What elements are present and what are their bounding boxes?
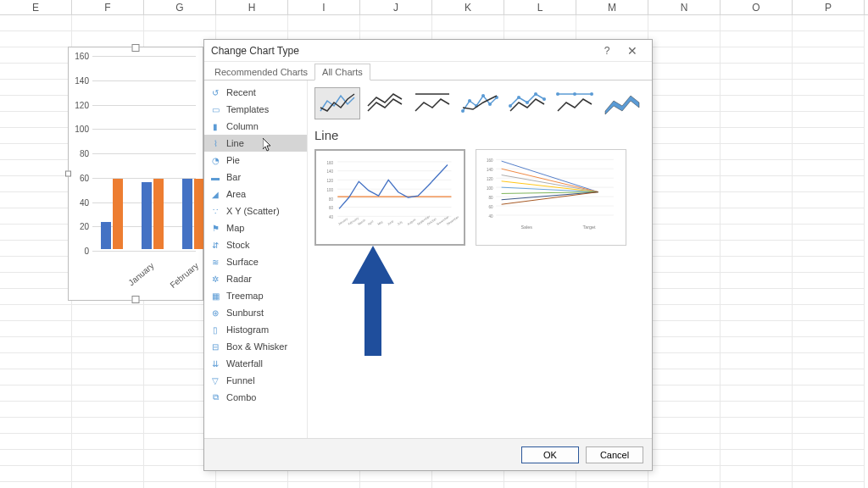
- bar-sales[interactable]: [101, 222, 111, 249]
- col-header[interactable]: F: [72, 0, 144, 14]
- cell[interactable]: [721, 321, 793, 337]
- subtype-100-stacked-line[interactable]: [409, 87, 455, 119]
- cell[interactable]: [0, 15, 72, 31]
- col-header[interactable]: P: [793, 0, 865, 14]
- sidebar-item-surface[interactable]: ≋Surface: [204, 253, 307, 270]
- subtype-line[interactable]: [314, 87, 360, 119]
- cell[interactable]: [721, 128, 793, 144]
- cell[interactable]: [793, 305, 865, 321]
- cell[interactable]: [648, 257, 721, 273]
- cell[interactable]: [0, 192, 72, 208]
- cell[interactable]: [288, 482, 360, 488]
- cell[interactable]: [0, 337, 72, 353]
- cell[interactable]: [721, 64, 793, 80]
- subtype-3d-line[interactable]: [599, 87, 645, 119]
- sidebar-item-radar[interactable]: ✲Radar: [204, 270, 307, 287]
- subtype-100-stacked-line-markers[interactable]: [552, 87, 598, 119]
- cell[interactable]: [721, 208, 793, 225]
- tab-all-charts[interactable]: All Charts: [314, 64, 370, 80]
- col-header[interactable]: K: [432, 0, 504, 14]
- cell[interactable]: [721, 337, 793, 353]
- col-header[interactable]: N: [648, 0, 721, 14]
- cell[interactable]: [721, 369, 793, 385]
- sidebar-item-waterfall[interactable]: ⇊Waterfall: [204, 355, 307, 372]
- dialog-titlebar[interactable]: Change Chart Type ? ✕: [204, 40, 652, 62]
- cell[interactable]: [648, 176, 721, 192]
- cell[interactable]: [648, 96, 721, 112]
- cell[interactable]: [216, 482, 288, 488]
- cell[interactable]: [648, 15, 721, 31]
- cell[interactable]: [360, 482, 432, 488]
- cell[interactable]: [721, 80, 793, 96]
- col-header[interactable]: H: [216, 0, 288, 14]
- cell[interactable]: [721, 144, 793, 160]
- cell[interactable]: [0, 273, 72, 289]
- cell[interactable]: [0, 225, 72, 241]
- cell[interactable]: [648, 353, 721, 369]
- sidebar-item-map[interactable]: ⚑Map: [204, 219, 307, 236]
- cell[interactable]: [793, 418, 865, 434]
- cell[interactable]: [793, 160, 865, 176]
- cell[interactable]: [721, 353, 793, 369]
- cell[interactable]: [72, 305, 144, 321]
- cell[interactable]: [793, 192, 865, 208]
- cell[interactable]: [0, 450, 72, 466]
- cell[interactable]: [432, 15, 504, 31]
- cell[interactable]: [793, 128, 865, 144]
- cell[interactable]: [793, 321, 865, 337]
- sidebar-item-area[interactable]: ◢Area: [204, 186, 307, 202]
- cell[interactable]: [721, 482, 793, 488]
- cell[interactable]: [648, 128, 721, 144]
- cell[interactable]: [721, 160, 793, 176]
- ok-button[interactable]: OK: [521, 446, 579, 463]
- cell[interactable]: [793, 225, 865, 241]
- cell[interactable]: [793, 15, 865, 31]
- bar-target[interactable]: [113, 179, 123, 249]
- cell[interactable]: [648, 369, 721, 385]
- col-header[interactable]: G: [144, 0, 216, 14]
- sidebar-item-stock[interactable]: ⇵Stock: [204, 236, 307, 253]
- cell[interactable]: [721, 47, 793, 64]
- cell[interactable]: [721, 15, 793, 31]
- bar-sales[interactable]: [142, 182, 152, 249]
- cell[interactable]: [0, 402, 72, 418]
- cell[interactable]: [0, 241, 72, 257]
- cell[interactable]: [72, 385, 144, 402]
- cell[interactable]: [72, 418, 144, 434]
- cell[interactable]: [144, 15, 216, 31]
- cell[interactable]: [793, 450, 865, 466]
- cell[interactable]: [721, 385, 793, 402]
- cell[interactable]: [0, 112, 72, 128]
- cell[interactable]: [432, 482, 504, 488]
- cell[interactable]: [793, 434, 865, 450]
- cell[interactable]: [576, 15, 648, 31]
- cell[interactable]: [648, 160, 721, 176]
- cell[interactable]: [793, 402, 865, 418]
- bar-sales[interactable]: [182, 179, 192, 249]
- sidebar-item-treemap[interactable]: ▦Treemap: [204, 287, 307, 304]
- cell[interactable]: [0, 128, 72, 144]
- sidebar-item-column[interactable]: ▮Column: [204, 118, 307, 135]
- cell[interactable]: [72, 466, 144, 482]
- col-header[interactable]: J: [360, 0, 432, 14]
- cell[interactable]: [721, 418, 793, 434]
- cell[interactable]: [216, 15, 288, 31]
- cell[interactable]: [648, 305, 721, 321]
- cell[interactable]: [0, 80, 72, 96]
- cell[interactable]: [648, 466, 721, 482]
- cell[interactable]: [793, 144, 865, 160]
- resize-handle[interactable]: [65, 171, 71, 177]
- cell[interactable]: [72, 450, 144, 466]
- cell[interactable]: [72, 353, 144, 369]
- cell[interactable]: [648, 402, 721, 418]
- cell[interactable]: [0, 434, 72, 450]
- col-header[interactable]: E: [0, 0, 72, 14]
- subtype-stacked-line-markers[interactable]: [504, 87, 550, 119]
- cell[interactable]: [721, 305, 793, 321]
- col-header[interactable]: M: [576, 0, 648, 14]
- cell[interactable]: [288, 15, 360, 31]
- cancel-button[interactable]: Cancel: [586, 446, 643, 463]
- col-header[interactable]: O: [721, 0, 793, 14]
- cell[interactable]: [648, 273, 721, 289]
- col-header[interactable]: L: [504, 0, 576, 14]
